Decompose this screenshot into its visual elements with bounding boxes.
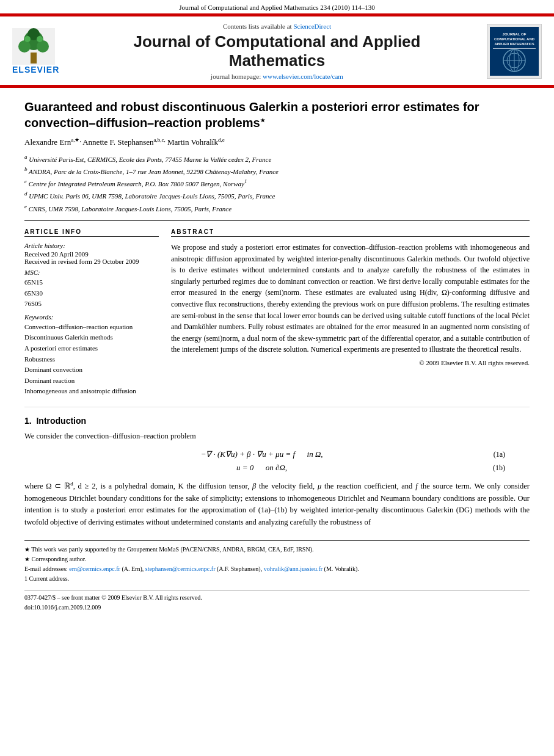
keywords-section: Keywords: Convection–diffusion–reaction … (24, 313, 159, 397)
email-stephansen[interactable]: stephansen@cermics.enpc.fr (145, 565, 216, 572)
copyright-line: © 2009 Elsevier B.V. All rights reserved… (171, 359, 530, 366)
article-info-column: ARTICLE INFO Article history: Received 2… (24, 228, 159, 401)
keyword-6: Dominant reaction (24, 376, 159, 387)
journal-title: Journal of Computational and Applied Mat… (73, 32, 481, 70)
eq-1a-content: −∇ · (K∇u) + β · ∇u + μu = f in Ω, (49, 449, 475, 459)
eq-1b-content: u = 0 on ∂Ω, (49, 463, 475, 473)
footnote-current-address: 1 Current address. (24, 574, 530, 584)
keyword-3: A posteriori error estimates (24, 343, 159, 354)
history-section: Article history: Received 20 April 2009 … (24, 242, 159, 265)
received-date: Received 20 April 2009 (24, 250, 159, 258)
svg-rect-12 (493, 48, 536, 49)
msc-section: MSC: 65N15 65N30 76S05 (24, 269, 159, 310)
svg-point-7 (37, 36, 43, 42)
keyword-4: Robustness (24, 354, 159, 365)
intro-paragraph-2: where Ω ⊂ ℝd, d ≥ 2, is a polyhedral dom… (24, 480, 530, 528)
elsevier-logo (12, 28, 73, 65)
article-info-header: ARTICLE INFO (24, 228, 159, 237)
elsevier-logo-area: ELSEVIER (12, 28, 73, 75)
abstract-column: ABSTRACT We propose and study a posterio… (171, 228, 530, 401)
msc-code-3: 76S05 (24, 299, 159, 310)
homepage-link[interactable]: www.elsevier.com/locate/cam (263, 73, 343, 80)
author2-sup: a,b,c, (154, 137, 166, 143)
journal-logo-icon: JOURNAL OF COMPUTATIONAL AND APPLIED MAT… (490, 27, 539, 76)
section-title: 1. Introduction (24, 416, 530, 426)
affiliation-c: c Centre for Integrated Petroleum Resear… (24, 177, 530, 189)
svg-text:COMPUTATIONAL AND: COMPUTATIONAL AND (494, 37, 535, 41)
journal-header: ELSEVIER Contents lists available at Sci… (0, 16, 554, 86)
svg-text:JOURNAL OF: JOURNAL OF (503, 32, 527, 36)
footer-bottom: 0377-0427/$ – see front matter © 2009 El… (24, 590, 530, 612)
equations-block: −∇ · (K∇u) + β · ∇u + μu = f in Ω, (1a) … (49, 449, 505, 473)
history-label: Article history: (24, 242, 159, 249)
msc-codes: 65N15 65N30 76S05 (24, 277, 159, 310)
svg-point-4 (37, 40, 49, 53)
svg-rect-1 (31, 53, 37, 64)
msc-code-1: 65N15 (24, 277, 159, 288)
footnote-email: E-mail addresses: ern@cermics.enpc.fr (A… (24, 564, 530, 574)
article-title-section: Guaranteed and robust discontinuous Gale… (24, 88, 530, 221)
author3-sup: d,e (218, 137, 225, 143)
eq-1b-number: (1b) (475, 463, 505, 473)
eq-1a-number: (1a) (475, 450, 505, 459)
msc-code-2: 65N30 (24, 288, 159, 299)
footnotes-section: ★ This work was partly supported by the … (24, 540, 530, 584)
introduction-section: 1. Introduction We consider the convecti… (24, 416, 530, 528)
msc-label: MSC: (24, 269, 159, 276)
sciencedirect-link[interactable]: ScienceDirect (293, 23, 331, 30)
journal-homepage: journal homepage: www.elsevier.com/locat… (73, 73, 481, 80)
elsevier-wordmark: ELSEVIER (12, 65, 73, 75)
contents-available-text: Contents lists available at ScienceDirec… (73, 23, 481, 30)
abstract-header: ABSTRACT (171, 228, 530, 237)
equation-1b: u = 0 on ∂Ω, (1b) (49, 463, 505, 473)
journal-logo-box: JOURNAL OF COMPUTATIONAL AND APPLIED MAT… (487, 24, 542, 79)
article-body: Guaranteed and robust discontinuous Gale… (0, 88, 554, 612)
intro-paragraph-1: We consider the convection–diffusion–rea… (24, 431, 530, 442)
svg-point-3 (18, 40, 31, 53)
journal-title-area: Contents lists available at ScienceDirec… (73, 23, 481, 80)
keywords-label: Keywords: (24, 313, 159, 321)
footnote-star: ★ This work was partly supported by the … (24, 545, 530, 554)
author1-sup: a,★, (71, 137, 81, 143)
affiliation-a: a Université Paris-Est, CERMICS, Ecole d… (24, 153, 530, 165)
article-authors: Alexandre Erna,★, Annette F. Stephansena… (24, 137, 530, 147)
keyword-5: Dominant convection (24, 365, 159, 376)
title-footnote: ★ (260, 118, 265, 124)
journal-ref-bar: Journal of Computational and Applied Mat… (0, 0, 554, 15)
email-ern[interactable]: ern@cermics.enpc.fr (69, 565, 120, 572)
article-title: Guaranteed and robust discontinuous Gale… (24, 99, 530, 131)
article-info-abstract: ARTICLE INFO Article history: Received 2… (24, 228, 530, 407)
footnote-corr: ★ Corresponding author. (24, 554, 530, 564)
affiliations: a Université Paris-Est, CERMICS, Ecole d… (24, 153, 530, 214)
page: Journal of Computational and Applied Mat… (0, 0, 554, 756)
journal-reference: Journal of Computational and Applied Mat… (179, 4, 374, 11)
keyword-7: Inhomogeneous and anisotropic diffusion (24, 386, 159, 397)
email-vohralik[interactable]: vohralik@ann.jussieu.fr (264, 565, 323, 572)
journal-logo-area: JOURNAL OF COMPUTATIONAL AND APPLIED MAT… (481, 24, 542, 79)
keywords-list: Convection–diffusion–reaction equation D… (24, 322, 159, 397)
abstract-text: We propose and study a posteriori error … (171, 242, 530, 355)
svg-text:APPLIED MATHEMATICS: APPLIED MATHEMATICS (494, 42, 534, 46)
doi-line: doi:10.1016/j.cam.2009.12.009 (24, 603, 530, 612)
affiliation-d: d UPMC Univ. Paris 06, UMR 7598, Laborat… (24, 189, 530, 202)
svg-point-6 (24, 36, 31, 42)
affiliation-e: e CNRS, UMR 7598, Laboratoire Jacques-Lo… (24, 202, 530, 214)
revised-date: Received in revised form 29 October 2009 (24, 258, 159, 265)
keyword-1: Convection–diffusion–reaction equation (24, 322, 159, 333)
affiliation-b: b ANDRA, Parc de la Croix-Blanche, 1–7 r… (24, 165, 530, 177)
keyword-2: Discontinuous Galerkin methods (24, 332, 159, 343)
elsevier-tree-icon (12, 28, 55, 65)
issn-line: 0377-0427/$ – see front matter © 2009 El… (24, 593, 530, 603)
equation-1a: −∇ · (K∇u) + β · ∇u + μu = f in Ω, (1a) (49, 449, 505, 459)
